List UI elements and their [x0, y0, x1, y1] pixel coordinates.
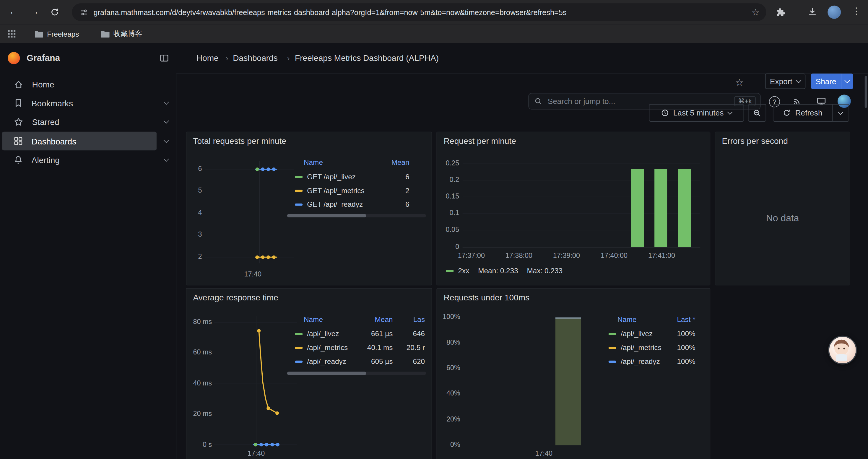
- legend-row[interactable]: GET /api/_metrics 2: [295, 186, 409, 195]
- panel-total-requests[interactable]: Total requests per minute 6 5 4 3 2 17:4…: [186, 132, 432, 286]
- chevron-down-icon: [796, 78, 802, 83]
- extensions-icon[interactable]: [776, 8, 785, 17]
- legend-row[interactable]: GET /api/_livez 6: [295, 172, 409, 181]
- legend-row[interactable]: /api/_livez 661 µs 646: [295, 330, 425, 338]
- breadcrumb-home[interactable]: Home: [196, 53, 219, 63]
- time-range-picker[interactable]: Last 5 minutes: [649, 104, 744, 122]
- series-last: 646: [397, 330, 425, 338]
- series-name[interactable]: /api/_livez: [307, 330, 339, 338]
- sidebar-toggle-icon[interactable]: [160, 54, 169, 63]
- panel-requests-under-100ms[interactable]: Requests under 100ms 100% 80% 60% 40% 20…: [436, 288, 710, 459]
- y-tick: 40%: [437, 389, 460, 397]
- legend-row[interactable]: /api/_metrics 40.1 ms 20.5 r: [295, 343, 425, 352]
- screen: ← → grafana.mathmast.com/d/deytv4rwavabk…: [0, 0, 868, 459]
- apps-grid-icon[interactable]: [8, 30, 16, 37]
- y-tick: 0 s: [186, 441, 212, 448]
- breadcrumb-separator: ›: [287, 54, 290, 63]
- favorite-star-icon[interactable]: ☆: [735, 77, 744, 88]
- y-tick: 2: [186, 253, 202, 261]
- line-chart[interactable]: [205, 161, 294, 267]
- browser-menu-icon[interactable]: ⋮: [852, 6, 861, 15]
- series-name[interactable]: 2xx: [458, 267, 469, 275]
- breadcrumb-dashboards[interactable]: Dashboards: [233, 53, 277, 63]
- line-chart[interactable]: [214, 316, 297, 455]
- sidebar-item-bookmarks[interactable]: Bookmarks: [0, 93, 176, 112]
- legend-header-name[interactable]: Name: [304, 315, 323, 323]
- share-button[interactable]: Share: [811, 73, 841, 89]
- grafana-logo[interactable]: [8, 52, 20, 64]
- sidebar-item-starred[interactable]: Starred: [0, 112, 176, 131]
- series-name[interactable]: /api/_readyz: [307, 357, 346, 366]
- x-tick: 17:41:00: [643, 252, 680, 259]
- sidebar-item-label: Home: [32, 79, 54, 89]
- address-bar[interactable]: grafana.mathmast.com/d/deytv4rwavabkb/fr…: [72, 3, 766, 21]
- legend-scrollbar[interactable]: [287, 371, 426, 375]
- panel-title[interactable]: Total requests per minute: [193, 136, 286, 145]
- refresh-button[interactable]: Refresh: [773, 104, 833, 122]
- legend-row[interactable]: GET /api/_readyz 6: [295, 200, 409, 208]
- legend-row[interactable]: /api/_readyz 605 µs 620: [295, 357, 425, 366]
- panel-request-per-minute[interactable]: Request per minute 0.25 0.2 0.15 0.1 0.0…: [436, 132, 710, 286]
- panel-errors-per-second[interactable]: Errors per second No data: [715, 132, 850, 286]
- url-text[interactable]: grafana.mathmast.com/d/deytv4rwavabkb/fr…: [93, 8, 752, 16]
- series-name[interactable]: /api/_livez: [621, 330, 653, 338]
- legend-header: Name Last *: [617, 315, 695, 323]
- folder-icon: [101, 30, 110, 37]
- zoom-out-button[interactable]: [748, 104, 766, 122]
- legend-header-mean[interactable]: Mean: [392, 158, 409, 167]
- back-button[interactable]: ←: [9, 6, 18, 16]
- y-tick: 60%: [437, 364, 460, 371]
- chevron-down-icon[interactable]: [163, 99, 169, 105]
- panel-avg-response-time[interactable]: Average response time 80 ms 60 ms 40 ms …: [186, 288, 432, 459]
- bar-chart[interactable]: [462, 159, 700, 248]
- series-name[interactable]: GET /api/_livez: [307, 172, 356, 181]
- legend-row[interactable]: /api/_metrics 100%: [609, 343, 695, 352]
- series-name[interactable]: GET /api/_readyz: [307, 200, 363, 208]
- profile-avatar[interactable]: [828, 6, 841, 19]
- panel-title[interactable]: Requests under 100ms: [444, 293, 529, 302]
- series-color-dash: [609, 333, 616, 335]
- sidebar-item-alerting[interactable]: Alerting: [0, 150, 176, 169]
- forward-button[interactable]: →: [30, 6, 39, 16]
- x-tick: 17:40:00: [595, 252, 633, 259]
- search-icon: [534, 97, 542, 105]
- legend-row[interactable]: /api/_livez 100%: [609, 330, 695, 338]
- sidebar-item-home[interactable]: Home: [0, 75, 176, 94]
- legend-header-mean[interactable]: Mean: [353, 315, 393, 323]
- series-name[interactable]: /api/_metrics: [621, 343, 661, 352]
- panel-title[interactable]: Errors per second: [722, 136, 788, 145]
- legend-row[interactable]: /api/_readyz 100%: [609, 357, 695, 366]
- legend-scrollbar[interactable]: [287, 214, 426, 218]
- bookmark-item[interactable]: 收藏博客: [101, 24, 142, 43]
- bookmarks-bar: Freeleaps 收藏博客: [0, 24, 868, 44]
- share-menu-chevron[interactable]: [841, 73, 853, 89]
- chevron-down-icon[interactable]: [163, 118, 169, 124]
- legend-header-last[interactable]: Last *: [677, 315, 695, 323]
- sidebar-item-dashboards[interactable]: Dashboards: [0, 132, 176, 151]
- chevron-down-icon[interactable]: [163, 137, 169, 143]
- series-name[interactable]: /api/_readyz: [621, 357, 660, 366]
- legend-header-name[interactable]: Name: [617, 315, 637, 323]
- page-scrollbar[interactable]: [865, 76, 867, 108]
- bookmark-item[interactable]: Freeleaps: [34, 24, 79, 43]
- breadcrumb-current: Freeleaps Metrics Dashboard (ALPHA): [295, 53, 439, 63]
- site-info-icon[interactable]: [80, 8, 88, 16]
- assistant-avatar-bubble[interactable]: [828, 336, 857, 364]
- series-name[interactable]: GET /api/_metrics: [307, 186, 364, 195]
- panel-title[interactable]: Average response time: [193, 293, 278, 302]
- y-tick: 80 ms: [186, 318, 212, 326]
- reload-button[interactable]: [50, 8, 59, 17]
- bookmark-star-icon[interactable]: ☆: [752, 7, 760, 18]
- download-icon[interactable]: [808, 7, 817, 17]
- export-button[interactable]: Export: [765, 73, 806, 89]
- refresh-interval-chevron[interactable]: [832, 104, 849, 122]
- legend-row[interactable]: 2xx Mean: 0.233 Max: 0.233: [446, 267, 562, 275]
- chevron-down-icon[interactable]: [163, 156, 169, 162]
- series-name[interactable]: /api/_metrics: [307, 343, 348, 352]
- legend-header-last[interactable]: Las: [397, 315, 425, 323]
- legend-header-name[interactable]: Name: [304, 158, 323, 167]
- dashboards-grid-icon: [14, 137, 23, 145]
- panel-title[interactable]: Request per minute: [444, 136, 516, 145]
- series-color-dash: [295, 347, 303, 349]
- bar-100-percent[interactable]: [555, 318, 581, 446]
